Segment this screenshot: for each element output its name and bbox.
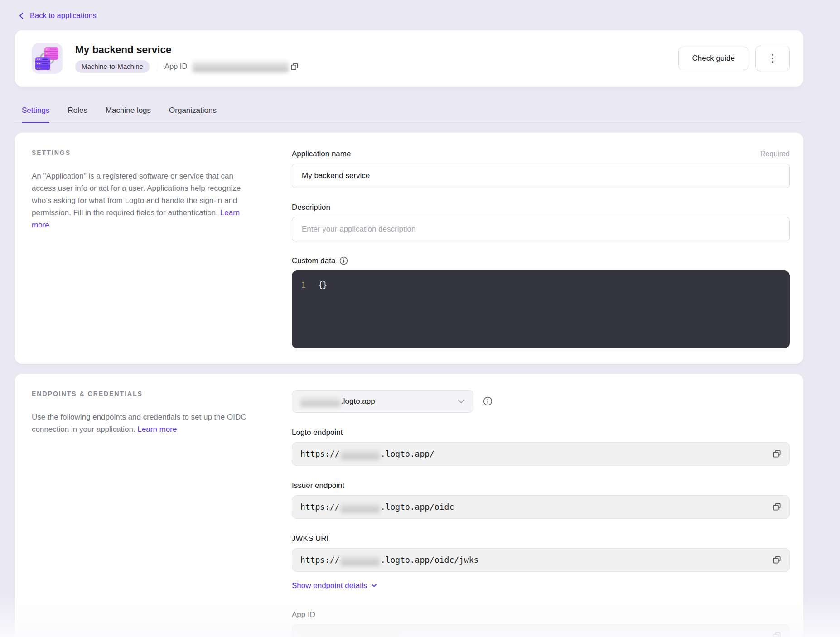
custom-data-label: Custom data: [292, 256, 348, 265]
endpoint-redacted-segment: [341, 501, 380, 513]
info-icon[interactable]: [339, 256, 348, 265]
code-line: 1 {}: [292, 279, 790, 291]
copy-icon: [772, 449, 781, 458]
endpoints-section-description: Use the following endpoints and credenti…: [32, 411, 259, 435]
issuer-endpoint-field: https:// .logto.app/oidc: [292, 495, 790, 519]
copy-app-id-button[interactable]: [289, 61, 300, 72]
copy-icon: [290, 63, 299, 71]
endpoints-learn-more-link[interactable]: Learn more: [137, 425, 177, 434]
description-label: Description: [292, 203, 330, 212]
jwks-uri-row: JWKS URI https:// .logto.app/oidc/jwks: [292, 534, 790, 572]
copy-icon: [772, 555, 781, 564]
jwks-uri-field: https:// .logto.app/oidc/jwks: [292, 548, 790, 572]
tab-machine-logs[interactable]: Machine logs: [106, 106, 151, 123]
tenant-domain-suffix: .logto.app: [341, 397, 375, 406]
application-header-card: My backend service Machine-to-Machine Ap…: [15, 30, 803, 87]
application-info: My backend service Machine-to-Machine Ap…: [75, 44, 300, 73]
page-content: Back to applications: [15, 0, 803, 637]
info-icon[interactable]: [483, 396, 492, 406]
app-id-row: App ID: [292, 610, 790, 637]
code-content: {}: [318, 279, 327, 291]
tab-roles[interactable]: Roles: [68, 106, 87, 123]
endpoints-section-heading: ENDPOINTS & CREDENTIALS: [32, 390, 261, 397]
settings-form: Application name Required Description Cu…: [292, 149, 790, 348]
issuer-endpoint-row: Issuer endpoint https:// .logto.app/oidc: [292, 481, 790, 519]
show-endpoint-details-link[interactable]: Show endpoint details: [292, 581, 377, 590]
application-title: My backend service: [75, 44, 300, 56]
copy-icon: [772, 632, 781, 637]
machine-to-machine-app-icon: [32, 43, 63, 74]
required-tag: Required: [760, 150, 790, 158]
description-row: Description: [292, 203, 790, 241]
application-name-input[interactable]: [292, 164, 790, 188]
app-id-field: [292, 624, 790, 637]
line-number: 1: [292, 279, 318, 291]
chevron-left-icon: [18, 12, 24, 19]
copy-issuer-endpoint-button[interactable]: [771, 501, 783, 513]
jwks-uri-label: JWKS URI: [292, 534, 328, 543]
application-name-label: Application name: [292, 150, 351, 159]
tab-bar: Settings Roles Machine logs Organization…: [15, 106, 803, 123]
back-link-label: Back to applications: [30, 11, 97, 20]
endpoints-section-intro: ENDPOINTS & CREDENTIALS Use the followin…: [32, 390, 261, 637]
chevron-down-icon: [371, 584, 377, 588]
application-meta-row: Machine-to-Machine App ID: [75, 60, 300, 73]
application-name-row: Application name Required: [292, 150, 790, 188]
custom-data-row: Custom data 1 {}: [292, 256, 790, 348]
settings-section-intro: SETTINGS An "Application" is a registere…: [32, 149, 261, 348]
endpoints-section-card: ENDPOINTS & CREDENTIALS Use the followin…: [15, 374, 803, 637]
logto-endpoint-label: Logto endpoint: [292, 428, 343, 437]
settings-section-description: An "Application" is a registered softwar…: [32, 170, 250, 231]
endpoint-redacted-segment: [341, 448, 380, 460]
tab-organizations[interactable]: Organizations: [169, 106, 217, 123]
chevron-down-icon: [458, 399, 465, 404]
app-id-label: App ID: [164, 62, 187, 71]
tenant-domain-row: .logto.app: [292, 390, 790, 413]
copy-app-id-value-button[interactable]: [771, 630, 783, 637]
custom-data-editor[interactable]: 1 {}: [292, 270, 790, 348]
app-id-redacted-value: [193, 61, 289, 72]
logto-endpoint-row: Logto endpoint https:// .logto.app/: [292, 428, 790, 466]
settings-section-heading: SETTINGS: [32, 149, 261, 156]
tenant-redacted-prefix: [300, 396, 340, 407]
kebab-menu-icon: [772, 54, 773, 63]
description-input[interactable]: [292, 217, 790, 241]
tenant-domain-select[interactable]: .logto.app: [292, 390, 473, 413]
issuer-endpoint-label: Issuer endpoint: [292, 481, 344, 490]
tab-settings[interactable]: Settings: [22, 106, 49, 123]
copy-jwks-uri-button[interactable]: [771, 554, 783, 566]
endpoints-form: .logto.app Logto endpoint: [292, 390, 790, 637]
app-id-redacted-value: [301, 630, 397, 637]
back-to-applications-link[interactable]: Back to applications: [18, 11, 97, 20]
app-id-field-label: App ID: [292, 610, 315, 619]
settings-section-card: SETTINGS An "Application" is a registere…: [15, 133, 803, 364]
endpoint-redacted-segment: [341, 554, 380, 566]
meta-divider: [157, 62, 157, 72]
copy-icon: [772, 502, 781, 511]
application-type-badge: Machine-to-Machine: [75, 60, 150, 73]
check-guide-button[interactable]: Check guide: [678, 47, 748, 70]
more-options-button[interactable]: [755, 46, 790, 71]
logto-endpoint-field: https:// .logto.app/: [292, 442, 790, 466]
copy-logto-endpoint-button[interactable]: [771, 448, 783, 460]
